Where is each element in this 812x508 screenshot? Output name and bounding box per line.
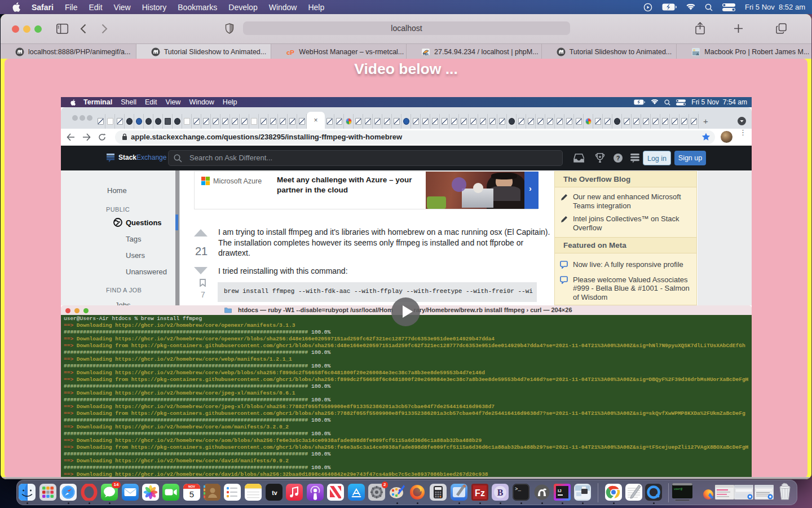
svg-text:cP: cP xyxy=(286,49,294,55)
svg-text:tv: tv xyxy=(272,489,277,496)
svg-text:5: 5 xyxy=(189,489,194,499)
svg-text:IJ: IJ xyxy=(558,488,562,493)
svg-text:PMA: PMA xyxy=(423,52,429,55)
svg-text:B: B xyxy=(497,488,504,497)
svg-text:NOV: NOV xyxy=(188,485,195,488)
svg-text:?: ? xyxy=(616,155,620,161)
svg-text:Fz: Fz xyxy=(475,488,485,498)
svg-text:>_: >_ xyxy=(515,487,521,492)
svg-text:user@: user@ xyxy=(674,488,682,491)
